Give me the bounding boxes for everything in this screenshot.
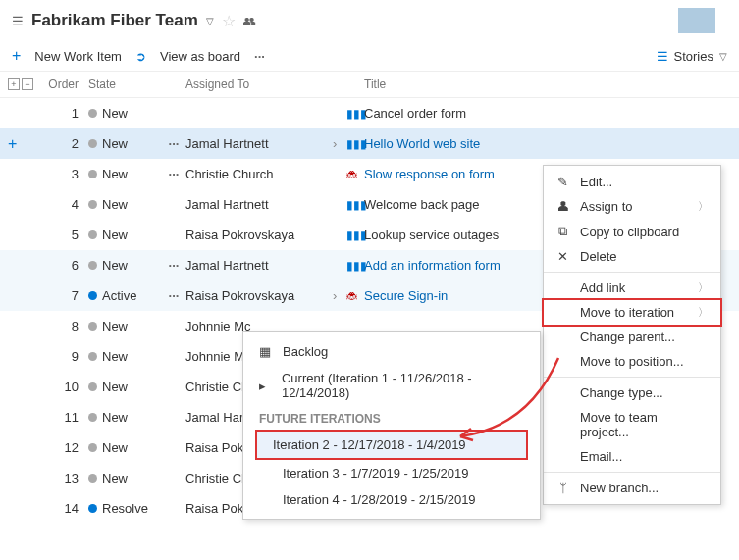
caret-right-icon[interactable]: › xyxy=(333,136,346,151)
state-cell: New xyxy=(88,167,162,181)
title-cell[interactable]: Hello World web site xyxy=(364,136,731,151)
menu-move-team[interactable]: Move to team project... xyxy=(544,405,720,444)
iteration-submenu: ▦Backlog ▸Current (Iteration 1 - 11/26/2… xyxy=(242,331,541,520)
chevron-right-icon: 〉 xyxy=(698,305,709,320)
menu-move-iteration[interactable]: Move to iteration〉 xyxy=(544,300,720,325)
new-work-item-button[interactable]: New Work Item xyxy=(34,49,122,64)
person-icon: 👤︎ xyxy=(555,199,570,214)
backlog-icon: ☰ xyxy=(12,14,24,28)
chevron-down-icon[interactable]: ▽ xyxy=(719,51,727,62)
chevron-right-icon: 〉 xyxy=(698,280,709,295)
menu-move-position[interactable]: Move to position... xyxy=(544,349,720,374)
arrow-circle-icon[interactable]: ➲ xyxy=(135,49,146,64)
more-icon[interactable]: ··· xyxy=(254,49,265,64)
state-cell: New xyxy=(88,319,162,333)
state-cell: New xyxy=(88,380,162,394)
state-dot-icon xyxy=(88,230,97,239)
state-dot-icon xyxy=(88,474,97,483)
assigned-cell: Raisa Pokrovskaya xyxy=(185,288,333,303)
pbi-icon: ▮▮▮ xyxy=(346,107,364,121)
order-cell: 3 xyxy=(43,167,88,181)
row-actions-icon[interactable]: ··· xyxy=(162,258,185,273)
menu-change-parent[interactable]: Change parent... xyxy=(544,325,720,349)
pbi-icon: ▮▮▮ xyxy=(346,229,364,242)
pbi-icon: ▮▮▮ xyxy=(346,198,364,212)
menu-change-type[interactable]: Change type... xyxy=(544,381,720,405)
col-order[interactable]: Order xyxy=(43,77,88,91)
col-title[interactable]: Title xyxy=(364,77,731,91)
team-title[interactable]: Fabrikam Fiber Team xyxy=(31,11,198,30)
caret-right-icon[interactable]: › xyxy=(333,288,346,303)
menu-new-branch[interactable]: ᛘNew branch... xyxy=(544,476,720,500)
title-cell[interactable]: Cancel order form xyxy=(364,106,731,121)
add-child-icon[interactable]: + xyxy=(8,135,43,153)
copy-icon: ⧉ xyxy=(555,224,570,239)
state-dot-icon xyxy=(88,443,97,452)
header: ☰ Fabrikam Fiber Team ▽ ☆ 👥︎ xyxy=(0,0,739,41)
expand-icon[interactable]: + xyxy=(8,78,20,90)
menu-add-link[interactable]: Add link〉 xyxy=(544,276,720,300)
branch-icon: ᛘ xyxy=(555,481,570,495)
menu-assign[interactable]: 👤︎Assign to〉 xyxy=(544,194,720,219)
menu-copy[interactable]: ⧉Copy to clipboard xyxy=(544,219,720,244)
submenu-section-label: FUTURE ITERATIONS xyxy=(243,406,540,430)
state-cell: New xyxy=(88,349,162,364)
state-dot-icon xyxy=(88,109,97,118)
accent-placeholder xyxy=(678,8,715,33)
context-menu: ✎Edit... 👤︎Assign to〉 ⧉Copy to clipboard… xyxy=(543,165,721,505)
view-as-board-button[interactable]: View as board xyxy=(160,49,240,64)
state-cell: New xyxy=(88,471,162,485)
col-assigned[interactable]: Assigned To xyxy=(185,77,333,91)
menu-delete[interactable]: ✕Delete xyxy=(544,244,720,269)
stories-dropdown[interactable]: Stories xyxy=(674,49,713,64)
order-cell: 6 xyxy=(43,258,88,273)
assigned-cell: Raisa Pokrovskaya xyxy=(185,228,333,242)
state-dot-icon xyxy=(88,322,97,331)
team-members-icon[interactable]: 👥︎ xyxy=(243,14,256,28)
star-icon[interactable]: ☆ xyxy=(222,12,236,30)
state-dot-icon xyxy=(88,170,97,178)
bug-icon: 🐞︎ xyxy=(346,290,364,302)
submenu-iteration-2[interactable]: Iteration 2 - 12/17/2018 - 1/4/2019 xyxy=(257,432,526,458)
order-cell: 11 xyxy=(43,410,88,425)
toolbar: + New Work Item ➲ View as board ··· ☰ St… xyxy=(0,41,739,72)
state-dot-icon xyxy=(88,200,97,209)
table-header: + − Order State Assigned To Title xyxy=(0,72,739,98)
backlog-icon: ▦ xyxy=(259,344,273,359)
row-actions-icon[interactable]: ··· xyxy=(162,136,185,151)
table-row[interactable]: +2 New···Jamal Hartnett›▮▮▮Hello World w… xyxy=(0,128,739,159)
menu-email[interactable]: Email... xyxy=(544,444,720,469)
state-dot-icon xyxy=(88,261,97,270)
bug-icon: 🐞︎ xyxy=(346,169,364,180)
submenu-backlog[interactable]: ▦Backlog xyxy=(243,338,540,365)
submenu-iteration-3[interactable]: Iteration 3 - 1/7/2019 - 1/25/2019 xyxy=(243,460,540,486)
pbi-icon: ▮▮▮ xyxy=(346,259,364,273)
pbi-icon: ▮▮▮ xyxy=(346,137,364,151)
state-cell: New xyxy=(88,197,162,212)
state-cell: New xyxy=(88,440,162,455)
assigned-cell: Jamal Hartnett xyxy=(185,197,333,212)
table-row[interactable]: 1 New▮▮▮Cancel order form xyxy=(0,98,739,128)
state-dot-icon xyxy=(88,382,97,391)
state-dot-icon xyxy=(88,352,97,361)
caret-right-icon: ▸ xyxy=(259,379,272,393)
chevron-down-icon[interactable]: ▽ xyxy=(206,16,214,26)
submenu-current[interactable]: ▸Current (Iteration 1 - 11/26/2018 - 12/… xyxy=(243,365,540,406)
pencil-icon: ✎ xyxy=(555,175,570,189)
submenu-iteration-4[interactable]: Iteration 4 - 1/28/2019 - 2/15/2019 xyxy=(243,486,540,513)
plus-icon[interactable]: + xyxy=(12,47,21,65)
order-cell: 13 xyxy=(43,471,88,485)
row-actions-icon[interactable]: ··· xyxy=(162,167,185,181)
collapse-icon[interactable]: − xyxy=(22,78,33,90)
assigned-cell: Jamal Hartnett xyxy=(185,136,333,151)
state-dot-icon xyxy=(88,139,97,148)
state-cell: New xyxy=(88,228,162,242)
list-icon: ☰ xyxy=(657,49,668,64)
menu-edit[interactable]: ✎Edit... xyxy=(544,170,720,194)
col-state[interactable]: State xyxy=(88,77,162,91)
row-actions-icon[interactable]: ··· xyxy=(162,288,185,303)
order-cell: 8 xyxy=(43,319,88,333)
order-cell: 14 xyxy=(43,501,88,516)
order-cell: 9 xyxy=(43,349,88,364)
state-dot-icon xyxy=(88,413,97,422)
